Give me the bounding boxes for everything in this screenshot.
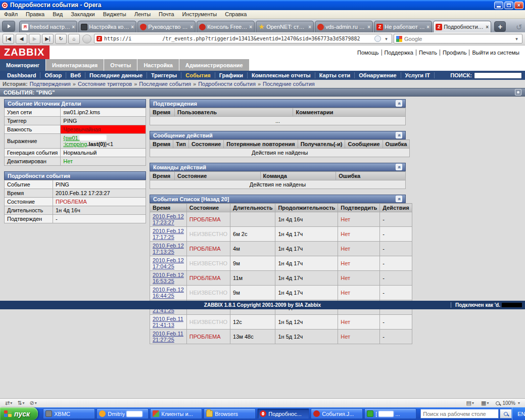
expression-key-link[interactable]: :icmpping — [63, 141, 87, 147]
panels-control[interactable]: ▤ ▾ — [464, 400, 476, 406]
address-field[interactable]: Z https://i/tr_events.php?triggerid=1341… — [94, 34, 392, 43]
tab-close-icon[interactable]: × — [72, 24, 75, 30]
taskbar-item-events[interactable]: События.J... — [311, 408, 363, 419]
browser-tab-console-setup[interactable]: Настройка конс... × — [78, 21, 136, 32]
menu-tools[interactable]: Инструменты — [178, 11, 221, 18]
menu-file[interactable]: Файл — [0, 11, 22, 18]
browser-tab-freebsd-console[interactable]: Консоль FreeBSD × — [197, 21, 255, 32]
tab-configuration[interactable]: Настройка — [137, 59, 178, 71]
content-block-control[interactable]: ⊘ ▾ — [27, 400, 38, 406]
back-button[interactable]: ◀ — [16, 34, 27, 44]
browser-tab-guide[interactable]: Руководство Fr... × — [137, 21, 196, 32]
address-dropdown-icon[interactable]: ▾ — [383, 36, 390, 41]
tab-inventory[interactable]: Инвентаризация — [46, 59, 104, 71]
ack-cell[interactable]: Нет — [338, 271, 380, 286]
crumb-latest-events-2[interactable]: Последние события — [263, 81, 315, 87]
nav-maps[interactable]: Карты сети — [315, 72, 355, 78]
menu-help[interactable]: Справка — [221, 11, 251, 18]
nav-graphs[interactable]: Графики — [215, 72, 248, 78]
tab-reports[interactable]: Отчеты — [104, 59, 137, 71]
nav-discovery[interactable]: Обнаружение — [355, 72, 401, 78]
help-link[interactable]: Помощь — [355, 50, 382, 56]
event-date-link[interactable]: 2010.Feb.12 17:04:25 — [153, 257, 184, 269]
taskbar-item-clients[interactable]: Клиенты и... — [150, 408, 202, 419]
fullscreen-icon[interactable] — [515, 89, 521, 96]
fit-width-control[interactable]: ⇄ ▾ — [3, 400, 14, 406]
menu-widgets[interactable]: Виджеты — [99, 11, 130, 18]
menu-feeds[interactable]: Ленты — [130, 11, 155, 18]
ack-cell[interactable]: Нет — [338, 286, 380, 300]
event-date-link[interactable]: 2010.Feb.12 17:13:25 — [153, 243, 184, 255]
event-date-link[interactable]: 2010.Feb.11 21:27:25 — [153, 331, 183, 343]
nav-dashboard[interactable]: Dashboard — [3, 72, 40, 78]
menu-view[interactable]: Вид — [49, 11, 67, 18]
tab-close-icon[interactable]: × — [190, 24, 193, 30]
restore-button[interactable] — [504, 2, 513, 9]
browser-tab-vds-admin[interactable]: vds-admin.ru - O... × — [315, 21, 373, 32]
rewind-button[interactable]: |◀ — [3, 34, 14, 44]
forward-button[interactable]: ▶ — [29, 34, 40, 44]
zabbix-search-input[interactable] — [474, 72, 522, 79]
profile-link[interactable]: Профиль — [440, 50, 470, 56]
ack-cell[interactable]: Нет — [338, 242, 380, 256]
logout-link[interactable]: Выйти из системы — [469, 50, 522, 56]
sync-control[interactable]: ⇅ ▾ — [15, 400, 26, 406]
ack-cell[interactable]: Нет — [338, 212, 380, 227]
nav-it-services[interactable]: Услуги IT — [401, 72, 435, 78]
nav-web[interactable]: Веб — [66, 72, 85, 78]
nav-triggers[interactable]: Триггеры — [147, 72, 181, 78]
menu-bookmarks[interactable]: Закладки — [67, 11, 99, 18]
browser-tab-not-working[interactable]: Z Не работают д... × — [374, 21, 432, 32]
images-control[interactable]: ▦ ▾ — [479, 400, 491, 406]
menu-mail[interactable]: Почта — [155, 11, 178, 18]
tab-close-icon[interactable]: × — [308, 24, 311, 30]
tab-close-icon[interactable]: × — [367, 24, 370, 30]
tab-administration[interactable]: Администрирование — [179, 59, 249, 71]
page-info-icon[interactable] — [374, 35, 381, 42]
desktop-search-input[interactable] — [420, 409, 499, 418]
tab-close-icon[interactable]: × — [486, 24, 489, 30]
zoom-control[interactable]: 100% ▾ — [494, 400, 522, 406]
nav-events[interactable]: События — [181, 72, 215, 78]
collapse-icon[interactable]: « — [396, 196, 402, 202]
ack-cell[interactable]: Нет — [338, 330, 380, 344]
event-date-link[interactable]: 2010.Feb.12 16:44:25 — [153, 287, 184, 299]
taskbar-item-event-details[interactable]: Подробнос... — [257, 408, 309, 419]
expression-host-link[interactable]: {sw01. — [63, 135, 79, 141]
event-date-link[interactable]: 2010.Feb.12 17:17:25 — [153, 228, 184, 240]
crumb-acknowledges[interactable]: Подтверждения — [30, 81, 71, 87]
crumb-event-details[interactable]: Подробности события — [198, 81, 256, 87]
start-button[interactable]: пуск — [0, 407, 38, 420]
ack-cell[interactable]: Нет — [338, 227, 380, 242]
support-link[interactable]: Поддержка — [382, 50, 416, 56]
reload-button[interactable]: ↻ — [55, 34, 67, 44]
taskbar-item-chat[interactable]: [ ... — [364, 408, 416, 419]
print-link[interactable]: Печать — [416, 50, 440, 56]
collapse-icon[interactable]: « — [396, 100, 402, 107]
desktop-search-button[interactable] — [500, 409, 512, 418]
tab-monitoring[interactable]: Мониторинг — [0, 59, 45, 71]
collapse-icon[interactable]: « — [396, 132, 402, 138]
search-dropdown-icon[interactable]: ▾ — [513, 36, 520, 41]
event-date-link[interactable]: 2010.Feb.11 21:41:13 — [153, 316, 183, 328]
menu-edit[interactable]: Правка — [22, 11, 49, 18]
collapse-icon[interactable]: « — [396, 164, 402, 170]
crumb-latest-events[interactable]: Последние события — [139, 81, 191, 87]
home-button[interactable]: ⌂ — [68, 34, 80, 44]
fast-forward-button[interactable]: ▶| — [42, 34, 54, 44]
zabbix-logo[interactable]: ZABBIX — [0, 45, 50, 59]
event-date-link[interactable]: 2010.Feb.12 16:53:25 — [153, 272, 184, 284]
ack-cell[interactable]: Нет — [338, 256, 380, 271]
google-search-input[interactable] — [404, 36, 511, 42]
new-tab-button[interactable]: + — [494, 21, 506, 32]
browser-tab-opennet[interactable]: ★ OpenNET: стать... × — [256, 21, 314, 32]
tab-close-icon[interactable]: × — [249, 24, 252, 30]
tab-close-icon[interactable]: × — [426, 24, 429, 30]
event-date-link[interactable]: 2010.Feb.12 17:23:27 — [153, 213, 184, 225]
browser-tab-event-details[interactable]: Z Подробности со... × — [433, 21, 491, 32]
minimize-button[interactable] — [494, 2, 503, 9]
nav-screens[interactable]: Комплексные отчеты — [248, 72, 315, 78]
panel-toggle-button[interactable] — [2, 21, 15, 32]
close-button[interactable]: × — [514, 2, 523, 9]
reopen-closed-tab-icon[interactable]: ↺ — [514, 22, 524, 32]
